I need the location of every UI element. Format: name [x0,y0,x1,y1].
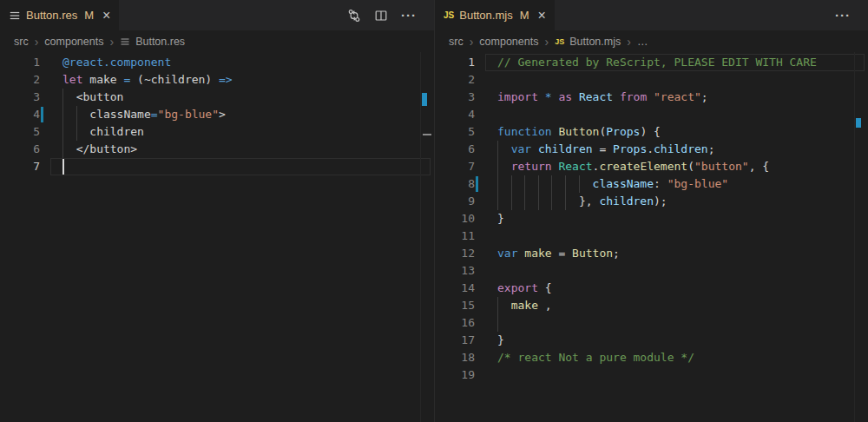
indent-guide [524,193,525,210]
line-number[interactable]: 10 [435,210,475,227]
tab-title: Button.res [26,9,77,22]
line-number[interactable]: 17 [435,332,475,349]
breadcrumb-item-components[interactable]: components [479,36,538,48]
line-number[interactable]: 4 [0,106,40,123]
editor-right[interactable]: 1// Generated by ReScript, PLEASE EDIT W… [435,52,868,422]
modified-badge: M [84,9,94,22]
code-line[interactable]: 14export { [435,280,868,297]
chevron-right-icon: › [543,36,549,48]
line-number[interactable]: 6 [0,141,40,158]
breadcrumb-item-file[interactable]: Button.res [135,36,185,48]
indent-guide [62,106,63,123]
indent-guide [497,297,498,314]
code-line[interactable]: 6 var children = Props.children; [435,141,868,158]
ruler-right[interactable] [854,52,868,422]
line-number[interactable]: 8 [435,175,475,193]
split-editor-icon[interactable] [374,9,388,23]
list-flat-icon [9,10,21,22]
close-icon[interactable]: × [538,9,546,23]
code-line[interactable]: 17} [435,332,868,349]
tab-button-res[interactable]: Button.res M × [0,0,119,30]
chevron-right-icon: › [108,36,115,48]
code-text: var make = Button; [475,245,868,262]
line-number[interactable]: 18 [435,349,475,366]
line-number[interactable]: 16 [435,314,475,332]
code-line[interactable]: 5 children [0,123,434,141]
chevron-right-icon: › [626,36,632,48]
more-actions-icon[interactable]: ··· [835,8,851,23]
indent-guide [62,89,63,106]
code-line[interactable]: 11 [435,227,868,245]
line-number[interactable]: 2 [0,71,40,89]
code-text: </button> [40,141,434,158]
line-number[interactable]: 7 [435,158,475,175]
code-line[interactable]: 12var make = Button; [435,245,868,262]
line-number[interactable]: 11 [435,227,475,245]
code-line[interactable]: 1// Generated by ReScript, PLEASE EDIT W… [435,54,868,71]
line-number[interactable]: 12 [435,245,475,262]
code-line[interactable]: 9 }, children); [435,193,868,210]
line-number[interactable]: 3 [0,89,40,106]
code-line[interactable]: 15 make , [435,297,868,314]
line-number[interactable]: 4 [435,106,475,123]
line-number[interactable]: 1 [0,54,40,71]
more-actions-icon[interactable]: ··· [401,8,417,23]
breadcrumb-item-src[interactable]: src [449,36,464,48]
chevron-right-icon: › [469,36,475,48]
line-number[interactable]: 5 [435,123,475,141]
open-changes-icon[interactable] [347,9,361,23]
editor-left[interactable]: 1@react.component2let make = (~children)… [0,52,434,422]
code-line[interactable]: 5function Button(Props) { [435,123,868,141]
line-number[interactable]: 13 [435,262,475,280]
code-line[interactable]: 2 [435,71,868,89]
code-line[interactable]: 4 className="bg-blue"> [0,106,434,123]
code-line[interactable]: 4 [435,106,868,123]
code-line[interactable]: 18/* react Not a pure module */ [435,349,868,366]
breadcrumb-item-file[interactable]: Button.mjs [569,36,621,48]
code-text: // Generated by ReScript, PLEASE EDIT WI… [475,54,868,71]
breadcrumb-item-components[interactable]: components [44,36,103,48]
code-text: }, children); [475,193,868,210]
indent-guide [497,175,498,193]
code-line[interactable]: 19 [435,366,868,384]
code-line[interactable]: 2let make = (~children) => [0,71,434,89]
line-number[interactable]: 5 [0,123,40,141]
editor-pane-right: JS Button.mjs M × ··· src › components ›… [434,0,868,422]
editor-actions-left: ··· [347,0,434,30]
close-icon[interactable]: × [102,9,110,23]
line-number[interactable]: 2 [435,71,475,89]
tab-button-mjs[interactable]: JS Button.mjs M × [435,0,555,30]
line-number[interactable]: 7 [0,158,40,175]
line-number[interactable]: 9 [435,193,475,210]
code-text: } [475,332,868,349]
code-line[interactable]: 7 return React.createElement("button", { [435,158,868,175]
line-number[interactable]: 1 [435,54,475,71]
breadcrumb-item-src[interactable]: src [14,36,29,48]
code-line[interactable]: 16 [435,314,868,332]
ruler-left[interactable] [420,52,434,422]
line-number[interactable]: 14 [435,280,475,297]
code-line[interactable]: 1@react.component [0,54,434,71]
code-line[interactable]: 13 [435,262,868,280]
line-number[interactable]: 6 [435,141,475,158]
indent-guide [62,123,63,141]
code-line[interactable]: 7 [0,158,434,175]
list-flat-icon [120,36,130,47]
code-text: } [475,210,868,227]
code-text: export { [475,280,868,297]
code-line[interactable]: 6 </button> [0,141,434,158]
breadcrumb-item-symbol[interactable]: … [637,36,648,48]
code-text: className="bg-blue"> [40,106,434,123]
line-number[interactable]: 19 [435,366,475,384]
code-text: var children = Props.children; [475,141,868,158]
code-line[interactable]: 3import * as React from "react"; [435,89,868,106]
code-line[interactable]: 10} [435,210,868,227]
code-line[interactable]: 8 className: "bg-blue" [435,175,868,193]
code-line[interactable]: 3 <button [0,89,434,106]
line-number[interactable]: 15 [435,297,475,314]
code-text [475,227,868,245]
line-number[interactable]: 3 [435,89,475,106]
tab-title: Button.mjs [459,9,512,22]
indent-guide [497,158,498,175]
indent-guide [511,175,512,193]
